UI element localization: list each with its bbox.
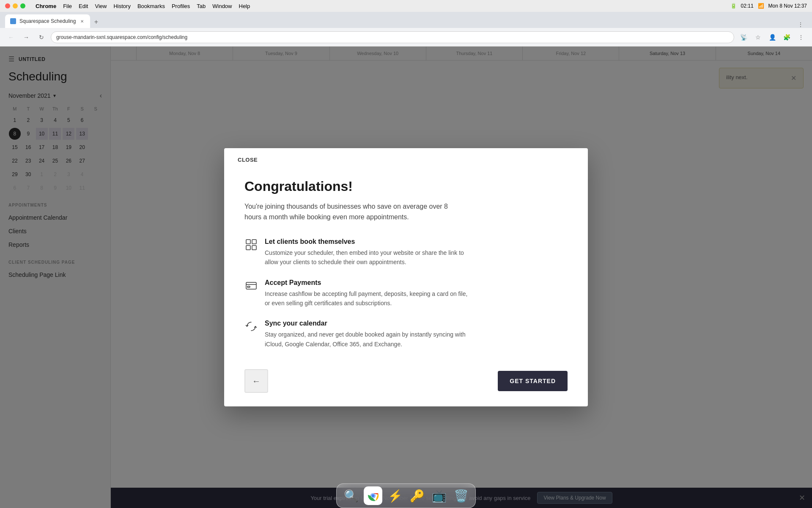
grid-icon [244, 238, 258, 251]
feature-book-heading: Let clients book themselves [265, 238, 468, 246]
svg-point-10 [371, 494, 375, 497]
profile-button[interactable]: 👤 [766, 31, 778, 43]
menubar-right: 🔋 02:11 📶 Mon 8 Nov 12:37 [730, 3, 807, 9]
browser-toolbar: ← → ↻ grouse-mandarin-sxnl.squarespace.c… [0, 28, 812, 47]
tab-favicon [10, 18, 16, 24]
back-button[interactable]: ← [5, 31, 17, 43]
reload-button[interactable]: ↻ [36, 31, 47, 43]
back-button[interactable]: ← [244, 369, 268, 393]
dock-chrome[interactable] [364, 486, 382, 505]
svg-rect-3 [252, 246, 256, 250]
congratulations-modal: CLOSE Congratulations! You're joining th… [224, 148, 588, 407]
minimize-traffic-light[interactable] [13, 3, 18, 8]
modal-subtitle: You're joining thousands of businesses w… [244, 201, 464, 223]
tab-title: Squarespace Scheduling [19, 18, 76, 24]
forward-button[interactable]: → [20, 31, 32, 43]
close-traffic-light[interactable] [5, 3, 10, 8]
feature-payment-description: Increase cashflow be accepting full paym… [265, 289, 468, 308]
svg-rect-2 [246, 246, 250, 250]
battery-time: 02:11 [741, 3, 754, 9]
feature-item-book: Let clients book themselves Customize yo… [244, 238, 568, 267]
tab-close-button[interactable]: ✕ [79, 18, 85, 24]
new-tab-button[interactable]: + [90, 16, 102, 28]
feature-item-sync: Sync your calendar Stay organized, and n… [244, 320, 568, 349]
svg-rect-4 [246, 282, 256, 289]
feature-list: Let clients book themselves Customize yo… [244, 238, 568, 349]
tab-strip-expand[interactable]: ⋮ [798, 21, 804, 28]
modal-close-text-button[interactable]: CLOSE [238, 157, 258, 163]
app-name: Chrome [36, 3, 56, 9]
dock-keychain[interactable]: 🔑 [408, 486, 426, 505]
feature-sync-heading: Sync your calendar [265, 320, 468, 327]
dock-terminal[interactable]: ⚡ [386, 486, 404, 505]
feature-book-text: Let clients book themselves Customize yo… [265, 238, 468, 267]
modal-overlay: CLOSE Congratulations! You're joining th… [0, 47, 812, 508]
feature-sync-text: Sync your calendar Stay organized, and n… [265, 320, 468, 349]
extensions-button[interactable]: 🧩 [781, 31, 793, 43]
cast-button[interactable]: 📡 [738, 31, 749, 43]
dock-tv[interactable]: 📺 [430, 486, 448, 505]
menu-file[interactable]: File [63, 3, 72, 9]
tab-bar: Squarespace Scheduling ✕ + ⋮ [0, 12, 812, 28]
sync-icon [244, 320, 258, 333]
modal-title: Congratulations! [244, 179, 568, 194]
menu-bookmarks[interactable]: Bookmarks [137, 3, 165, 9]
dock-finder[interactable]: 🔍 [342, 486, 360, 505]
menu-tab[interactable]: Tab [197, 3, 206, 9]
svg-rect-6 [247, 286, 250, 287]
feature-book-description: Customize your scheduler, then embed int… [265, 248, 468, 267]
feature-payment-heading: Accept Payments [265, 279, 468, 287]
menu-history[interactable]: History [113, 3, 130, 9]
clock: Mon 8 Nov 12:37 [768, 3, 807, 9]
bookmark-button[interactable]: ☆ [752, 31, 764, 43]
feature-payment-text: Accept Payments Increase cashflow be acc… [265, 279, 468, 308]
menu-edit[interactable]: Edit [79, 3, 88, 9]
svg-rect-0 [246, 240, 250, 244]
feature-item-payment: Accept Payments Increase cashflow be acc… [244, 279, 568, 308]
get-started-button[interactable]: GET STARTED [498, 371, 568, 391]
payment-icon [244, 279, 258, 293]
toolbar-actions: 📡 ☆ 👤 🧩 ⋮ [738, 31, 807, 43]
feature-sync-description: Stay organized, and never get double boo… [265, 330, 468, 349]
menu-help[interactable]: Help [239, 3, 250, 9]
menu-button[interactable]: ⋮ [795, 31, 807, 43]
menu-profiles[interactable]: Profiles [172, 3, 190, 9]
battery-icon: 🔋 [730, 3, 737, 9]
menu-window[interactable]: Window [212, 3, 232, 9]
url-text: grouse-mandarin-sxnl.squarespace.com/con… [56, 34, 187, 40]
dock: 🔍 ⚡ 🔑 📺 🗑️ [336, 483, 476, 508]
menubar: Chrome File Edit View History Bookmarks … [0, 0, 812, 12]
svg-rect-1 [252, 240, 256, 244]
address-bar[interactable]: grouse-mandarin-sxnl.squarespace.com/con… [51, 31, 734, 43]
fullscreen-traffic-light[interactable] [20, 3, 25, 8]
wifi-icon: 📶 [758, 3, 764, 9]
browser-content: ☰ UNTITLED Scheduling November 2021 ▾ ‹ … [0, 47, 812, 508]
browser-frame: Squarespace Scheduling ✕ + ⋮ ← → ↻ grous… [0, 12, 812, 47]
active-tab[interactable]: Squarespace Scheduling ✕ [5, 14, 90, 28]
menubar-items: File Edit View History Bookmarks Profile… [63, 3, 250, 9]
modal-footer: ← GET STARTED [244, 369, 568, 393]
dock-trash[interactable]: 🗑️ [452, 486, 470, 505]
traffic-lights [5, 3, 25, 8]
menu-view[interactable]: View [95, 3, 107, 9]
